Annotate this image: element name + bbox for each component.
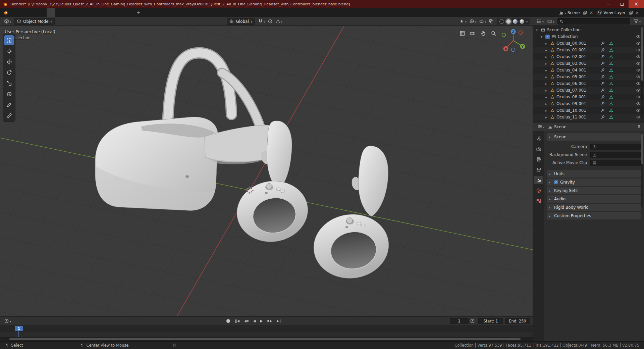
pin-icon[interactable] — [637, 124, 641, 129]
tool-button[interactable] — [4, 110, 14, 120]
field-input[interactable] — [590, 152, 641, 158]
properties-tab[interactable] — [534, 135, 543, 143]
mesh-data-icon[interactable] — [609, 54, 613, 59]
section-header[interactable]: Audio — [547, 195, 641, 203]
hide-eye-icon[interactable] — [636, 115, 641, 119]
tool-button[interactable] — [4, 89, 14, 99]
mesh-data-icon[interactable] — [609, 115, 613, 119]
tool-button[interactable] — [4, 46, 14, 56]
outliner-object-row[interactable]: Oculus_02.001 — [533, 53, 644, 60]
workspace-tab[interactable] — [125, 8, 134, 17]
outliner-object-row[interactable]: Oculus_07.001 — [533, 87, 644, 94]
expand-caret-icon[interactable] — [545, 55, 550, 59]
timeline-ruler[interactable] — [0, 325, 533, 332]
workspace-tab[interactable] — [47, 8, 55, 17]
hide-eye-icon[interactable] — [636, 101, 641, 106]
modifier-wrench-icon[interactable] — [600, 81, 605, 86]
outliner-row-scene-collection[interactable]: Scene Collection — [533, 27, 644, 33]
properties-tab[interactable] — [534, 187, 543, 195]
modifier-wrench-icon[interactable] — [600, 41, 605, 46]
shading-material-button[interactable] — [513, 19, 518, 24]
workspace-tab[interactable] — [116, 8, 125, 17]
hide-eye-icon[interactable] — [636, 95, 641, 99]
field-input[interactable] — [590, 144, 641, 150]
menu-item[interactable] — [16, 8, 23, 17]
properties-tab[interactable] — [534, 176, 543, 184]
timeline-menu-item[interactable] — [24, 317, 31, 325]
workspace-tab[interactable] — [99, 8, 108, 17]
prev-keyframe-button[interactable] — [242, 319, 251, 323]
timeline-menu-item[interactable] — [12, 317, 18, 325]
expand-caret-icon[interactable] — [545, 89, 550, 92]
mesh-data-icon[interactable] — [609, 81, 613, 86]
gizmos-dropdown[interactable] — [468, 18, 478, 24]
outliner-search[interactable] — [557, 18, 630, 24]
expand-caret-icon[interactable] — [545, 68, 550, 72]
next-keyframe-button[interactable] — [265, 319, 274, 323]
outliner-object-row[interactable]: Oculus_03.001 — [533, 60, 644, 67]
remove-view-layer-button[interactable] — [634, 10, 640, 15]
modifier-wrench-icon[interactable] — [600, 74, 605, 79]
hide-eye-icon[interactable] — [636, 61, 641, 66]
tool-button[interactable] — [4, 35, 14, 45]
hide-eye-icon[interactable] — [636, 41, 641, 46]
section-header[interactable]: Keying Sets — [547, 187, 641, 194]
close-button[interactable] — [629, 0, 644, 8]
properties-tab[interactable] — [534, 145, 543, 153]
modifier-wrench-icon[interactable] — [600, 101, 605, 106]
frame-end-field[interactable]: End: 250 — [505, 318, 530, 324]
expand-caret-icon[interactable] — [545, 102, 550, 106]
falloff-dropdown[interactable] — [274, 18, 284, 24]
maximize-button[interactable] — [615, 0, 629, 8]
tool-button[interactable] — [4, 78, 14, 88]
section-header[interactable]: Rigid Body World — [547, 204, 641, 211]
expand-caret-icon[interactable] — [545, 115, 550, 119]
shading-wireframe-button[interactable] — [499, 19, 504, 24]
timeline-menu-item[interactable] — [31, 317, 37, 325]
shading-dropdown-caret-icon[interactable] — [526, 19, 528, 24]
expand-caret-icon[interactable] — [545, 95, 550, 99]
outliner-row-collection[interactable]: Collection — [533, 33, 644, 40]
add-workspace-button[interactable]: + — [134, 10, 143, 15]
tool-button[interactable] — [4, 100, 14, 110]
section-header[interactable]: Units — [547, 170, 641, 178]
outliner-object-row[interactable]: Oculus_09.001 — [533, 100, 644, 107]
scene-selector[interactable]: Scene — [556, 9, 582, 16]
outliner-object-row[interactable]: Oculus_00.001 — [533, 40, 644, 47]
hide-eye-icon[interactable] — [636, 108, 641, 113]
proportional-editing-toggle[interactable] — [266, 18, 274, 24]
play-reverse-button[interactable] — [251, 319, 258, 323]
outliner-object-row[interactable]: Oculus_06.001 — [533, 80, 644, 87]
playhead[interactable]: 1 — [15, 326, 23, 331]
hide-eye-icon[interactable] — [636, 81, 641, 86]
modifier-wrench-icon[interactable] — [600, 108, 605, 113]
viewport-menu-item[interactable] — [70, 17, 76, 26]
section-header[interactable]: Custom Properties — [547, 212, 641, 219]
mesh-data-icon[interactable] — [609, 108, 613, 113]
outliner-object-row[interactable]: Oculus_11.001 — [533, 114, 644, 120]
jump-to-start-button[interactable] — [233, 318, 241, 324]
view-control-button[interactable] — [460, 31, 465, 36]
tool-button[interactable] — [4, 57, 14, 67]
properties-scrollbar[interactable] — [641, 134, 643, 208]
frame-start-field[interactable]: Start: 1 — [478, 318, 503, 324]
hide-eye-icon[interactable] — [636, 88, 641, 93]
axis-negx-ball[interactable] — [519, 31, 523, 35]
xray-toggle[interactable] — [487, 18, 495, 24]
jump-to-end-button[interactable] — [275, 318, 283, 324]
outliner-search-input[interactable] — [565, 19, 628, 24]
workspace-tab[interactable] — [82, 8, 90, 17]
snap-toggle[interactable] — [257, 18, 266, 24]
workspace-tab[interactable] — [55, 8, 64, 17]
viewport-3d[interactable]: User Perspective (Local) (1) Collection — [0, 26, 533, 316]
current-frame-field[interactable]: 1 — [450, 318, 469, 324]
selectability-dropdown[interactable] — [458, 18, 468, 24]
minimize-button[interactable] — [602, 0, 615, 8]
scene-section-header[interactable]: Scene — [547, 133, 641, 141]
mesh-data-icon[interactable] — [609, 101, 613, 106]
collapse-caret-icon[interactable] — [541, 35, 545, 39]
properties-tab[interactable] — [534, 155, 543, 163]
viewport-canvas[interactable] — [0, 26, 533, 316]
editor-type-button[interactable] — [3, 18, 12, 24]
view-layer-selector[interactable]: View Layer — [595, 9, 628, 16]
